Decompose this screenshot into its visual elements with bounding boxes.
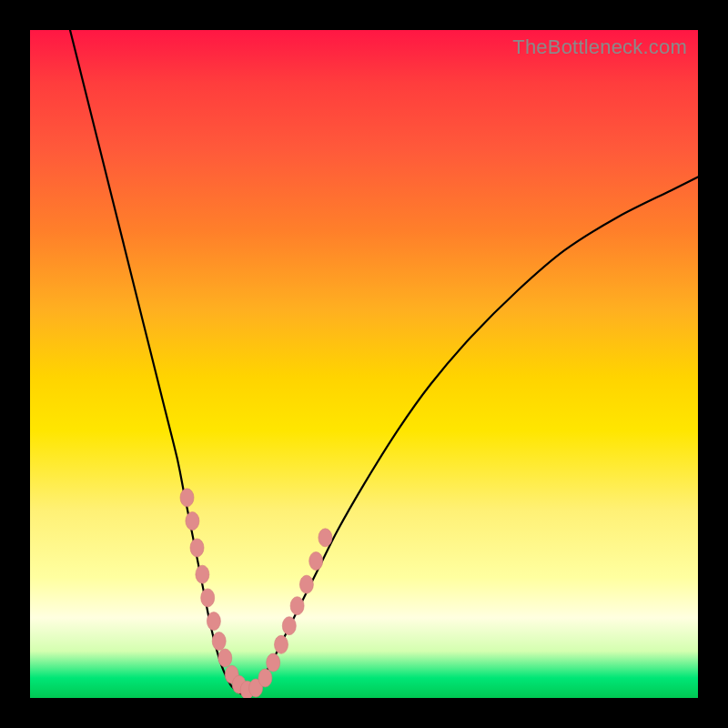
highlight-dot <box>186 512 199 531</box>
highlight-dot <box>282 617 296 635</box>
bottleneck-curve <box>70 30 698 694</box>
curve-svg <box>30 30 698 698</box>
highlight-dot <box>275 635 288 653</box>
highlight-dot <box>190 539 204 557</box>
chart-frame: TheBottleneck.com <box>0 0 728 728</box>
plot-area: TheBottleneck.com <box>30 30 698 698</box>
highlight-dot <box>309 552 323 571</box>
highlight-dot <box>299 575 313 593</box>
highlight-dot <box>201 589 215 607</box>
highlight-dot <box>196 565 209 583</box>
highlight-dot <box>318 529 332 547</box>
highlight-dot <box>290 597 304 615</box>
highlight-dot <box>207 612 220 631</box>
highlight-dot <box>218 649 232 667</box>
highlight-dot <box>212 632 226 651</box>
highlight-dots-group <box>180 489 332 698</box>
highlight-dot <box>267 653 280 672</box>
highlight-dot <box>180 489 194 507</box>
highlight-dot <box>258 669 272 687</box>
